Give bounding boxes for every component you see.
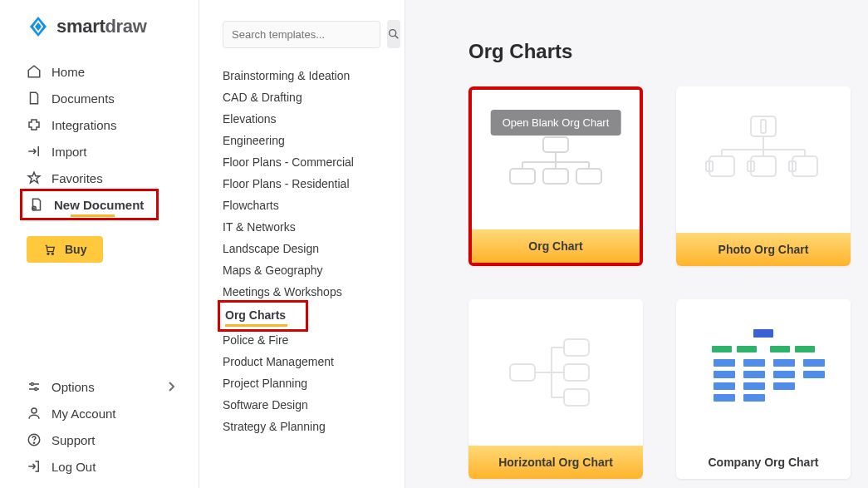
svg-point-7	[33, 442, 34, 443]
svg-rect-12	[576, 169, 601, 184]
category-item[interactable]: Landscape Design	[223, 238, 405, 259]
template-categories-panel: Brainstorming & IdeationCAD & DraftingEl…	[199, 0, 405, 488]
nav-home[interactable]: Home	[0, 58, 199, 85]
category-item-highlight: Org Charts	[218, 300, 308, 332]
photo-org-chart-icon	[701, 110, 826, 209]
svg-rect-10	[510, 169, 535, 184]
sliders-icon	[27, 379, 42, 394]
nav-new-document-highlight: New Document	[20, 189, 159, 220]
svg-rect-14	[761, 120, 766, 133]
help-icon	[27, 432, 42, 447]
logo-icon	[27, 15, 50, 38]
svg-rect-29	[795, 346, 815, 352]
svg-point-2	[51, 253, 53, 254]
svg-rect-30	[714, 359, 735, 367]
page-title: Org Charts	[468, 40, 868, 63]
logout-icon	[27, 459, 42, 474]
svg-rect-42	[803, 371, 825, 378]
template-cards: Open Blank Org Chart Org Chart	[468, 86, 868, 479]
logo: smartdraw	[0, 0, 199, 58]
card-label: Company Org Chart	[676, 446, 851, 479]
svg-point-5	[32, 408, 37, 413]
svg-rect-27	[737, 346, 757, 352]
svg-point-1	[47, 253, 49, 254]
category-item[interactable]: Product Management	[223, 351, 405, 372]
nav-documents[interactable]: Documents	[0, 85, 199, 111]
card-company-org-chart[interactable]: Company Org Chart	[676, 299, 851, 479]
nav-favorites[interactable]: Favorites	[0, 165, 199, 191]
svg-rect-40	[773, 382, 795, 390]
card-horizontal-org-chart[interactable]: Horizontal Org Chart	[468, 299, 643, 479]
svg-rect-33	[714, 394, 735, 402]
svg-rect-34	[743, 359, 765, 367]
category-item[interactable]: Elevations	[223, 108, 405, 130]
search-input[interactable]	[223, 21, 380, 48]
svg-rect-9	[543, 137, 568, 152]
svg-point-3	[31, 383, 33, 386]
category-item[interactable]: Brainstorming & Ideation	[223, 65, 405, 86]
svg-rect-36	[743, 382, 765, 390]
nav-bottom: Options My Account Support Log Out	[0, 373, 199, 488]
category-item[interactable]: Strategy & Planning	[223, 416, 405, 437]
document-icon	[27, 91, 42, 106]
nav-top: Home Documents Integrations Import Favor…	[0, 58, 199, 223]
svg-rect-41	[803, 359, 825, 367]
svg-rect-39	[773, 371, 795, 378]
svg-rect-26	[712, 346, 732, 352]
svg-rect-25	[753, 329, 773, 338]
category-item[interactable]: Software Design	[223, 394, 405, 416]
category-item[interactable]: Org Charts	[225, 304, 286, 326]
open-blank-button[interactable]: Open Blank Org Chart	[491, 110, 621, 136]
svg-rect-23	[564, 364, 589, 381]
nav-integrations[interactable]: Integrations	[0, 111, 199, 138]
category-item[interactable]: Floor Plans - Residential	[223, 173, 405, 195]
cart-icon	[43, 243, 56, 256]
sidebar: smartdraw Home Documents Integrations Im…	[0, 0, 199, 488]
puzzle-icon	[27, 117, 42, 132]
nav-import[interactable]: Import	[0, 138, 199, 165]
category-item[interactable]: IT & Networks	[223, 216, 405, 238]
svg-point-8	[390, 30, 396, 37]
company-org-chart-icon	[697, 323, 830, 422]
svg-rect-38	[773, 359, 795, 367]
search-button[interactable]	[387, 20, 400, 48]
nav-options[interactable]: Options	[0, 373, 199, 400]
svg-rect-35	[743, 371, 765, 378]
chevron-right-icon	[167, 381, 175, 392]
card-label: Horizontal Org Chart	[468, 446, 643, 479]
category-item[interactable]: Floor Plans - Commercial	[223, 151, 405, 173]
horizontal-org-chart-icon	[498, 323, 614, 422]
nav-new-document[interactable]: New Document	[22, 191, 156, 218]
user-icon	[27, 406, 42, 421]
svg-rect-37	[743, 394, 765, 402]
svg-rect-28	[770, 346, 790, 352]
category-item[interactable]: Maps & Geography	[223, 259, 405, 281]
svg-rect-22	[564, 339, 589, 356]
star-icon	[27, 170, 42, 185]
card-org-chart[interactable]: Open Blank Org Chart Org Chart	[468, 86, 643, 266]
svg-rect-24	[564, 389, 589, 406]
svg-rect-21	[510, 364, 535, 381]
import-icon	[27, 144, 42, 159]
search-icon	[387, 27, 400, 41]
nav-log-out[interactable]: Log Out	[0, 453, 199, 480]
category-item[interactable]: Flowcharts	[223, 195, 405, 216]
svg-rect-32	[714, 382, 735, 390]
category-item[interactable]: Engineering	[223, 130, 405, 151]
nav-my-account[interactable]: My Account	[0, 400, 199, 426]
svg-rect-11	[543, 169, 568, 184]
svg-point-4	[35, 388, 37, 391]
card-label: Photo Org Chart	[676, 233, 851, 266]
new-document-icon	[29, 197, 44, 212]
category-item[interactable]: Police & Fire	[223, 329, 405, 351]
buy-button[interactable]: Buy	[27, 236, 103, 263]
nav-support[interactable]: Support	[0, 426, 199, 453]
main-content: Org Charts Open Blank Org Chart Org Char…	[405, 0, 868, 488]
svg-rect-31	[714, 371, 735, 378]
category-item[interactable]: CAD & Drafting	[223, 86, 405, 108]
category-item[interactable]: Project Planning	[223, 372, 405, 394]
card-photo-org-chart[interactable]: Photo Org Chart	[676, 86, 851, 266]
category-list: Brainstorming & IdeationCAD & DraftingEl…	[199, 48, 405, 437]
home-icon	[27, 64, 42, 79]
card-label: Org Chart	[472, 229, 640, 263]
